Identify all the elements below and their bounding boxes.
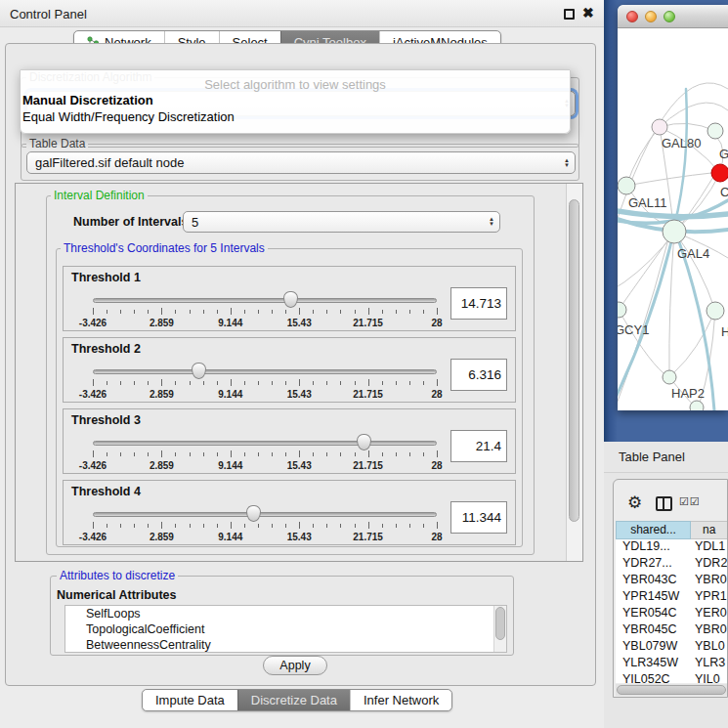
table-row[interactable]: YBR043CYBR0 (616, 573, 727, 589)
horizontal-scrollbar-thumb[interactable] (617, 685, 726, 695)
column-header-shared[interactable]: shared... (616, 521, 691, 539)
gear-icon[interactable]: ⚙ (627, 492, 642, 513)
apply-button[interactable]: Apply (263, 656, 327, 675)
vertical-scrollbar-thumb[interactable] (569, 199, 579, 522)
tick-mark (355, 310, 356, 314)
minimize-traffic-light[interactable] (645, 11, 657, 22)
slider-track[interactable] (93, 441, 437, 446)
tick-mark (368, 379, 369, 386)
table-data-select[interactable]: galFiltered.sif default node ▲▼ (26, 151, 576, 174)
list-scrollbar-thumb[interactable] (495, 607, 505, 640)
number-of-intervals-select[interactable]: 5 ▲▼ (183, 211, 500, 233)
table-row[interactable]: YDL19...YDL1 (616, 539, 727, 556)
threshold-2-value-field[interactable]: 6.316 (450, 359, 507, 391)
tick-mark (231, 522, 232, 529)
network-node[interactable] (690, 401, 704, 410)
table-data-select-value: galFiltered.sif default node (27, 155, 559, 170)
close-traffic-light[interactable] (626, 11, 638, 22)
cell-name[interactable]: YIL0 (691, 672, 727, 683)
threshold-3-value-field[interactable]: 21.4 (450, 430, 507, 462)
dropdown-item-manual-discretization[interactable]: Manual Discretization (21, 92, 570, 108)
cell-name[interactable]: YDL1 (691, 539, 727, 556)
cell-name[interactable]: YPR1 (691, 589, 727, 606)
table-row[interactable]: YLR345WYLR3 (616, 656, 727, 672)
tick-mark (175, 310, 176, 314)
table-row[interactable]: YER054CYER0 (616, 606, 727, 622)
attribute-list-item[interactable]: BetweennessCentrality (65, 637, 506, 653)
table-row[interactable]: YBL079WYBL0 (616, 639, 727, 656)
cell-shared-name[interactable]: YIL052C (616, 672, 691, 683)
vertical-scrollbar[interactable] (566, 184, 582, 561)
cell-shared-name[interactable]: YDR27... (616, 556, 691, 573)
network-node[interactable] (707, 302, 724, 320)
network-node[interactable] (663, 370, 676, 384)
cell-name[interactable]: YLR3 (691, 656, 727, 672)
tick-label: -3.426 (79, 532, 107, 542)
attribute-list-item[interactable]: SelfLoops (65, 606, 506, 621)
cell-shared-name[interactable]: YBL079W (616, 639, 691, 656)
threshold-4-value-field[interactable]: 11.344 (450, 501, 507, 534)
network-canvas[interactable]: GAL80GACGAL11GAL4GCY1HHAP2 (618, 28, 728, 410)
horizontal-scrollbar[interactable] (616, 684, 727, 696)
cell-name[interactable]: YBR0 (691, 573, 727, 589)
network-node[interactable] (652, 119, 667, 135)
tick-mark (423, 381, 424, 385)
cell-shared-name[interactable]: YBR045C (616, 622, 691, 639)
column-header-name[interactable]: na (691, 521, 728, 539)
cell-name[interactable]: YDR2 (691, 556, 727, 573)
cell-name[interactable]: YBL0 (691, 639, 727, 656)
tab-discretize-data[interactable]: Discretize Data (237, 690, 350, 710)
network-node[interactable] (663, 220, 686, 243)
zoom-traffic-light[interactable] (664, 11, 675, 22)
table-row[interactable]: YIL052CYIL0 (616, 672, 727, 683)
tick-mark (93, 308, 94, 315)
threshold-4-slider[interactable]: -3.4262.8599.14415.4321.71528 (93, 510, 437, 543)
slider-track[interactable] (93, 298, 437, 303)
threshold-1-slider[interactable]: -3.4262.8599.14415.4321.71528 (93, 296, 437, 329)
cell-shared-name[interactable]: YLR345W (616, 656, 691, 672)
tab-infer-network[interactable]: Infer Network (350, 690, 451, 710)
network-node[interactable] (618, 302, 626, 318)
select-checkboxes-icon[interactable]: ☑☑ (679, 495, 701, 508)
interval-definition-group-title: Interval Definition (51, 189, 148, 202)
column-layout-icon[interactable] (656, 496, 672, 511)
slider-handle[interactable] (246, 505, 261, 522)
close-icon[interactable]: ✖ (582, 5, 594, 21)
cell-name[interactable]: YER0 (691, 606, 727, 622)
numerical-attributes-list[interactable]: SelfLoopsTopologicalCoefficientBetweenne… (64, 605, 507, 653)
network-node[interactable] (707, 123, 723, 139)
network-node[interactable] (618, 177, 635, 194)
table-row[interactable]: YDR27...YDR2 (616, 556, 727, 573)
cell-shared-name[interactable]: YER054C (616, 606, 691, 622)
cell-name[interactable]: YBR0 (691, 622, 727, 639)
network-window-titlebar (618, 5, 728, 28)
dropdown-hint-item[interactable]: Select algorithm to view settings (21, 70, 570, 92)
slider-track[interactable] (93, 512, 437, 517)
table-row[interactable]: YBR045CYBR0 (616, 622, 727, 639)
tick-mark (355, 381, 356, 385)
tick-label: 2.859 (150, 318, 174, 328)
cell-shared-name[interactable]: YBR043C (616, 573, 691, 589)
slider-handle[interactable] (283, 291, 298, 308)
threshold-3-slider[interactable]: -3.4262.8599.14415.4321.71528 (93, 439, 437, 472)
float-window-icon[interactable] (564, 9, 575, 20)
threshold-1-value-field[interactable]: 14.713 (450, 287, 507, 320)
attribute-list-item[interactable]: TopologicalCoefficient (65, 621, 506, 637)
network-node[interactable] (711, 164, 728, 182)
slider-track[interactable] (93, 369, 437, 374)
table-row[interactable]: YPR145WYPR1 (616, 589, 727, 606)
dropdown-item-equal-width[interactable]: Equal Width/Frequency Discretization (21, 108, 570, 125)
tick-label: 9.144 (218, 318, 242, 328)
slider-handle[interactable] (192, 363, 206, 379)
cell-shared-name[interactable]: YPR145W (616, 589, 691, 606)
tick-label: 21.715 (353, 460, 383, 471)
threshold-2-label: Threshold 2 (71, 342, 141, 356)
cell-shared-name[interactable]: YDL19... (616, 539, 691, 556)
threshold-3-label: Threshold 3 (71, 413, 141, 427)
tab-impute-data[interactable]: Impute Data (143, 690, 237, 710)
slider-handle[interactable] (357, 434, 371, 450)
tick-mark (175, 381, 176, 385)
tick-mark (107, 381, 107, 385)
list-scrollbar[interactable] (493, 606, 506, 652)
threshold-2-slider[interactable]: -3.4262.8599.14415.4321.71528 (93, 367, 437, 401)
